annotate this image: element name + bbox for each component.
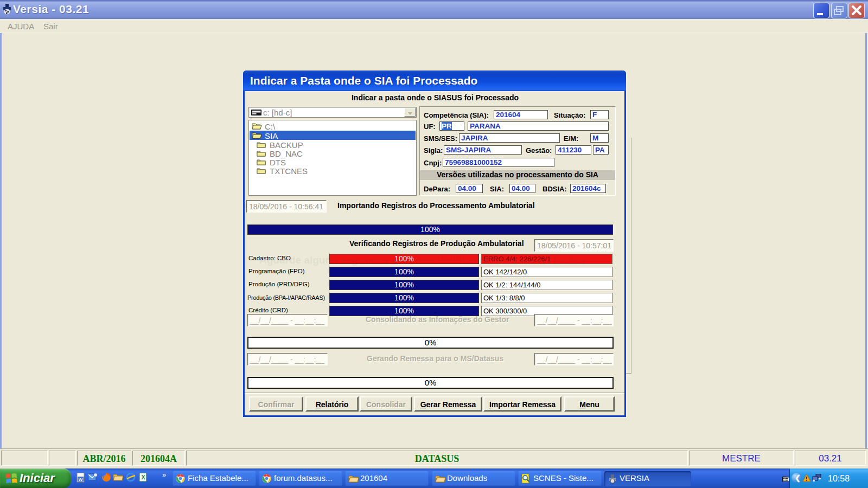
svg-text:W: W: [79, 477, 83, 482]
svg-text:X: X: [142, 474, 145, 480]
